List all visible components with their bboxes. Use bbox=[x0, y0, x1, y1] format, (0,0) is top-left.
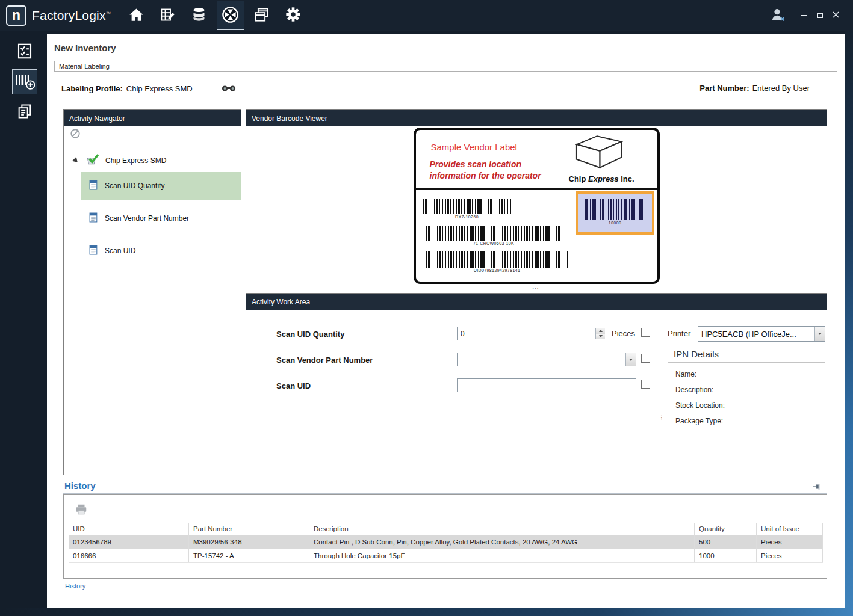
vertical-splitter-handle[interactable]: ⋮ bbox=[659, 417, 665, 419]
main-toolbar bbox=[123, 0, 307, 31]
tab-material-labeling[interactable]: Material Labeling bbox=[54, 61, 837, 72]
scan-uid-quantity-checkbox[interactable] bbox=[641, 328, 650, 337]
activity-doc-icon bbox=[88, 245, 99, 257]
rail-activity-list-button[interactable] bbox=[12, 39, 37, 64]
tree-item-label: Scan UID Quantity bbox=[105, 182, 164, 190]
maximize-button[interactable] bbox=[813, 10, 827, 22]
process-check-icon bbox=[85, 153, 100, 168]
tree-expand-icon[interactable] bbox=[72, 157, 80, 165]
column-header-part-number[interactable]: Part Number bbox=[189, 523, 309, 535]
printer-select[interactable]: HPC5EACB (HP OfficeJe... bbox=[698, 326, 825, 342]
navigator-toolbar bbox=[64, 126, 241, 143]
scan-vendor-part-number-combo[interactable] bbox=[457, 353, 636, 366]
npi-button[interactable] bbox=[154, 1, 182, 30]
tree-item-label: Scan UID bbox=[105, 247, 135, 255]
tree-item-scan-uid-quantity[interactable]: Scan UID Quantity bbox=[81, 172, 241, 200]
application-window: n FactoryLogix™ bbox=[0, 0, 853, 616]
cell-unit-of-issue: Pieces bbox=[757, 549, 823, 562]
tree-item-scan-vendor-part-number[interactable]: Scan Vendor Part Number bbox=[81, 205, 241, 232]
chevron-down-icon bbox=[818, 333, 822, 335]
home-icon bbox=[128, 7, 144, 25]
stepper-down-button[interactable] bbox=[596, 334, 605, 340]
barcode-vendor-part: 71-CRCW0603-10K bbox=[426, 226, 562, 245]
tree-item-scan-uid[interactable]: Scan UID bbox=[81, 237, 241, 265]
scan-vendor-part-number-label: Scan Vendor Part Number bbox=[276, 356, 373, 365]
rail-copy-labels-button[interactable] bbox=[12, 99, 37, 125]
pushpin-icon bbox=[813, 484, 821, 493]
scan-vendor-part-number-checkbox[interactable] bbox=[641, 354, 650, 363]
close-button[interactable] bbox=[829, 10, 842, 22]
printer-icon bbox=[75, 509, 88, 518]
history-table: UID Part Number Description Quantity Uni… bbox=[69, 523, 823, 563]
production-button[interactable] bbox=[185, 1, 213, 30]
print-history-button[interactable] bbox=[75, 503, 88, 518]
vendor-company-name: Chip Express Inc. bbox=[569, 174, 634, 183]
gear-icon bbox=[285, 6, 302, 25]
activity-work-area-header: Activity Work Area bbox=[246, 294, 827, 310]
scan-uid-quantity-label: Scan UID Quantity bbox=[276, 330, 344, 339]
arrow-up-icon bbox=[599, 330, 603, 332]
cell-quantity: 500 bbox=[695, 535, 757, 549]
home-button[interactable] bbox=[123, 1, 150, 30]
column-header-uid[interactable]: UID bbox=[69, 523, 189, 535]
history-row-1[interactable]: 0123456789 M39029/56-348 Contact Pin , D… bbox=[69, 535, 823, 549]
titlebar[interactable]: n FactoryLogix™ bbox=[0, 0, 853, 31]
cell-uid: 016666 bbox=[69, 549, 189, 562]
vendor-label-note: Provides scan location information for t… bbox=[430, 159, 541, 182]
activity-work-area-panel: Activity Work Area Scan UID Quantity 0 P… bbox=[246, 293, 827, 475]
vendor-label-preview: Sample Vendor Label Provides scan locati… bbox=[246, 126, 827, 284]
cancel-activity-button[interactable] bbox=[70, 128, 81, 141]
activity-navigator-panel: Activity Navigator bbox=[63, 109, 241, 475]
scan-uid-input[interactable] bbox=[457, 378, 636, 392]
history-title: History bbox=[64, 481, 96, 491]
history-pin-button[interactable] bbox=[813, 482, 821, 493]
printer-selected-value: HPC5EACB (HP OfficeJe... bbox=[698, 330, 814, 339]
horizontal-splitter-handle[interactable]: ⋯ bbox=[529, 287, 543, 291]
reporting-button[interactable] bbox=[248, 1, 276, 30]
page-title: New Inventory bbox=[54, 43, 116, 53]
minimize-button[interactable] bbox=[798, 10, 811, 22]
main-content: New Inventory Material Labeling Labeling… bbox=[47, 34, 845, 608]
part-number-row: Part Number: Entered By User bbox=[699, 84, 810, 93]
cell-quantity: 1000 bbox=[695, 549, 757, 562]
activity-navigator-title: Activity Navigator bbox=[69, 114, 125, 123]
npi-grid-pencil-icon bbox=[160, 7, 176, 25]
cell-part-number: M39029/56-348 bbox=[189, 535, 309, 549]
combo-dropdown-button[interactable] bbox=[625, 353, 636, 366]
part-number-label: Part Number: bbox=[699, 84, 749, 93]
barcode-part: DX7-10260 bbox=[423, 199, 511, 219]
stepper-up-button[interactable] bbox=[596, 328, 605, 334]
scan-uid-quantity-input[interactable]: 0 bbox=[457, 327, 606, 340]
activity-work-area-title: Activity Work Area bbox=[252, 298, 310, 306]
history-row-2[interactable]: 016666 TP-15742 - A Through Hole Capacit… bbox=[69, 549, 823, 563]
trademark: ™ bbox=[106, 11, 111, 16]
warehouse-button[interactable] bbox=[217, 1, 244, 30]
tree-root-chip-express-smd[interactable]: Chip Express SMD bbox=[64, 149, 241, 172]
copy-icon bbox=[16, 103, 33, 122]
barcode-stripes bbox=[585, 199, 646, 220]
scan-uid-checkbox[interactable] bbox=[641, 380, 650, 389]
labeling-profile-label: Labeling Profile: bbox=[61, 84, 123, 93]
chevron-down-icon bbox=[629, 359, 633, 361]
combo-dropdown-button[interactable] bbox=[814, 327, 825, 341]
tab-label: Material Labeling bbox=[55, 63, 110, 70]
history-grid-container: UID Part Number Description Quantity Uni… bbox=[63, 494, 827, 579]
barcode-add-icon bbox=[14, 72, 35, 92]
find-profile-button[interactable] bbox=[222, 84, 236, 94]
logout-user-button[interactable] bbox=[770, 7, 786, 24]
column-header-quantity[interactable]: Quantity bbox=[695, 523, 757, 535]
column-header-unit-of-issue[interactable]: Unit of Issue bbox=[757, 523, 823, 535]
sample-vendor-label: Sample Vendor Label Provides scan locati… bbox=[414, 128, 660, 284]
binoculars-icon bbox=[222, 85, 236, 94]
history-header-row: UID Part Number Description Quantity Uni… bbox=[69, 523, 823, 535]
tree-root-label: Chip Express SMD bbox=[105, 156, 166, 165]
history-divider bbox=[63, 493, 827, 494]
column-header-description[interactable]: Description bbox=[309, 523, 695, 535]
rail-new-inventory-button[interactable] bbox=[12, 69, 37, 94]
labeling-profile-row: Labeling Profile: Chip Express SMD bbox=[61, 84, 236, 94]
vendor-barcode-viewer-header: Vendor Barcode Viewer bbox=[246, 110, 827, 126]
history-footer-link[interactable]: History bbox=[65, 582, 85, 590]
vendor-label-top-section: Sample Vendor Label Provides scan locati… bbox=[416, 130, 657, 190]
settings-button[interactable] bbox=[279, 1, 307, 30]
maximize-icon bbox=[817, 13, 823, 18]
